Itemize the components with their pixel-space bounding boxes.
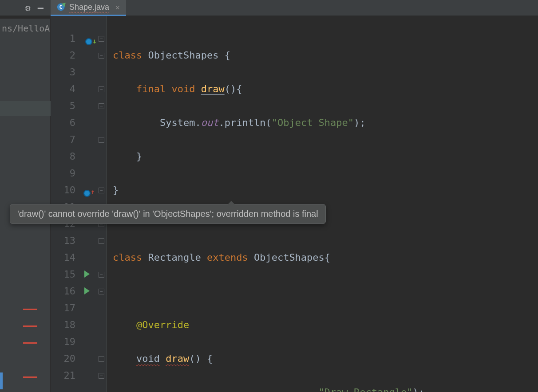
sidebar-selection [0, 101, 51, 116]
fold-icon[interactable]: − [99, 36, 104, 42]
editor-tab[interactable]: C Shape.java ✕ [51, 0, 126, 16]
error-stripe [23, 309, 37, 310]
fold-icon[interactable]: − [99, 272, 104, 278]
run-icon[interactable] [84, 287, 90, 294]
gear-icon[interactable]: ⚙ [25, 3, 31, 13]
change-marker [0, 372, 3, 389]
close-icon[interactable]: ✕ [115, 3, 120, 12]
tab-label: Shape.java [69, 3, 109, 12]
fold-icon[interactable]: − [99, 289, 104, 294]
top-toolbar: ⚙ — C Shape.java ✕ [0, 0, 538, 16]
java-class-icon: C [57, 3, 65, 11]
run-icon[interactable] [84, 270, 90, 278]
fold-icon[interactable]: − [99, 137, 104, 143]
error-stripe [23, 325, 37, 327]
fold-icon[interactable]: − [99, 356, 104, 362]
fold-icon[interactable]: − [99, 86, 104, 92]
fold-icon[interactable]: − [99, 373, 104, 379]
error-stripe [23, 342, 37, 344]
breadcrumb[interactable]: ns/HelloA [0, 19, 51, 39]
error-tooltip: 'draw()' cannot override 'draw()' in 'Ob… [10, 204, 326, 224]
error-stripe [23, 376, 37, 378]
fold-icon[interactable]: − [99, 53, 104, 59]
fold-icon[interactable]: − [99, 188, 104, 193]
fold-icon[interactable]: − [99, 238, 104, 244]
fold-icon[interactable]: − [99, 103, 104, 109]
minimize-icon[interactable]: — [38, 2, 44, 13]
